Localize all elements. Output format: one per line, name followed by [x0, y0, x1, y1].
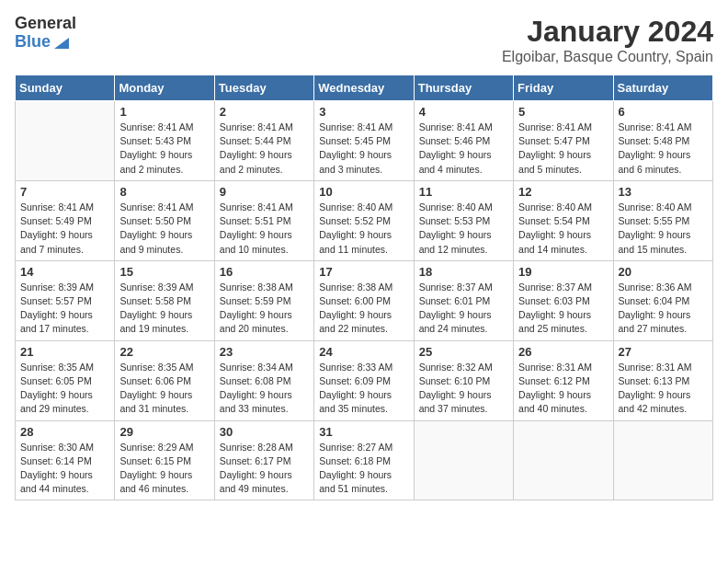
day-number: 21: [20, 345, 109, 359]
day-number: 10: [319, 185, 408, 199]
day-number: 12: [518, 185, 608, 199]
calendar-cell: 5Sunrise: 8:41 AM Sunset: 5:47 PM Daylig…: [514, 101, 613, 181]
column-header-sunday: Sunday: [16, 75, 115, 101]
title-section: January 2024 Elgoibar, Basque Country, S…: [502, 15, 713, 65]
day-number: 2: [220, 105, 309, 119]
day-number: 22: [119, 345, 209, 359]
calendar-cell: 28Sunrise: 8:30 AM Sunset: 6:14 PM Dayli…: [16, 420, 115, 500]
week-row-2: 7Sunrise: 8:41 AM Sunset: 5:49 PM Daylig…: [16, 180, 713, 260]
logo-general: General: [15, 15, 76, 33]
day-number: 17: [319, 265, 408, 279]
column-header-thursday: Thursday: [414, 75, 513, 101]
day-number: 16: [220, 265, 309, 279]
day-number: 9: [220, 185, 309, 199]
day-number: 3: [319, 105, 408, 119]
day-info: Sunrise: 8:41 AM Sunset: 5:43 PM Dayligh…: [119, 121, 209, 177]
calendar-cell: 13Sunrise: 8:40 AM Sunset: 5:55 PM Dayli…: [613, 180, 712, 260]
calendar-cell: 19Sunrise: 8:37 AM Sunset: 6:03 PM Dayli…: [514, 260, 613, 340]
day-number: 31: [319, 425, 408, 439]
day-number: 23: [220, 345, 309, 359]
calendar-cell: 22Sunrise: 8:35 AM Sunset: 6:06 PM Dayli…: [115, 340, 214, 420]
day-info: Sunrise: 8:41 AM Sunset: 5:51 PM Dayligh…: [220, 201, 309, 257]
column-header-wednesday: Wednesday: [314, 75, 414, 101]
header-row: SundayMondayTuesdayWednesdayThursdayFrid…: [16, 75, 713, 101]
day-number: 26: [518, 345, 608, 359]
calendar-cell: 25Sunrise: 8:32 AM Sunset: 6:10 PM Dayli…: [414, 340, 513, 420]
day-number: 13: [619, 185, 708, 199]
week-row-1: 1Sunrise: 8:41 AM Sunset: 5:43 PM Daylig…: [16, 101, 713, 181]
calendar-table: SundayMondayTuesdayWednesdayThursdayFrid…: [15, 75, 713, 500]
calendar-cell: 17Sunrise: 8:38 AM Sunset: 6:00 PM Dayli…: [314, 260, 414, 340]
calendar-cell: 26Sunrise: 8:31 AM Sunset: 6:12 PM Dayli…: [514, 340, 613, 420]
week-row-5: 28Sunrise: 8:30 AM Sunset: 6:14 PM Dayli…: [16, 420, 713, 500]
calendar-cell: 4Sunrise: 8:41 AM Sunset: 5:46 PM Daylig…: [414, 101, 513, 181]
day-info: Sunrise: 8:37 AM Sunset: 6:01 PM Dayligh…: [419, 281, 508, 337]
day-info: Sunrise: 8:41 AM Sunset: 5:50 PM Dayligh…: [119, 201, 209, 257]
calendar-cell: 12Sunrise: 8:40 AM Sunset: 5:54 PM Dayli…: [514, 180, 613, 260]
day-number: 20: [619, 265, 708, 279]
calendar-cell: [16, 101, 115, 181]
calendar-subtitle: Elgoibar, Basque Country, Spain: [502, 49, 713, 65]
week-row-3: 14Sunrise: 8:39 AM Sunset: 5:57 PM Dayli…: [16, 260, 713, 340]
day-info: Sunrise: 8:41 AM Sunset: 5:45 PM Dayligh…: [319, 121, 408, 177]
day-info: Sunrise: 8:38 AM Sunset: 5:59 PM Dayligh…: [220, 281, 309, 337]
day-info: Sunrise: 8:29 AM Sunset: 6:15 PM Dayligh…: [119, 441, 209, 497]
column-header-monday: Monday: [115, 75, 214, 101]
day-info: Sunrise: 8:40 AM Sunset: 5:52 PM Dayligh…: [319, 201, 408, 257]
day-number: 4: [419, 105, 508, 119]
day-info: Sunrise: 8:41 AM Sunset: 5:49 PM Dayligh…: [20, 201, 109, 257]
calendar-cell: [514, 420, 613, 500]
day-info: Sunrise: 8:39 AM Sunset: 5:57 PM Dayligh…: [20, 281, 109, 337]
calendar-cell: 8Sunrise: 8:41 AM Sunset: 5:50 PM Daylig…: [115, 180, 214, 260]
day-info: Sunrise: 8:31 AM Sunset: 6:13 PM Dayligh…: [619, 361, 708, 417]
day-info: Sunrise: 8:38 AM Sunset: 6:00 PM Dayligh…: [319, 281, 408, 337]
calendar-cell: 1Sunrise: 8:41 AM Sunset: 5:43 PM Daylig…: [115, 101, 214, 181]
calendar-cell: 24Sunrise: 8:33 AM Sunset: 6:09 PM Dayli…: [314, 340, 414, 420]
day-info: Sunrise: 8:30 AM Sunset: 6:14 PM Dayligh…: [20, 441, 109, 497]
calendar-cell: 9Sunrise: 8:41 AM Sunset: 5:51 PM Daylig…: [214, 180, 313, 260]
day-number: 24: [319, 345, 408, 359]
calendar-cell: 31Sunrise: 8:27 AM Sunset: 6:18 PM Dayli…: [314, 420, 414, 500]
day-info: Sunrise: 8:34 AM Sunset: 6:08 PM Dayligh…: [220, 361, 309, 417]
calendar-cell: 14Sunrise: 8:39 AM Sunset: 5:57 PM Dayli…: [16, 260, 115, 340]
day-info: Sunrise: 8:40 AM Sunset: 5:55 PM Dayligh…: [619, 201, 708, 257]
day-info: Sunrise: 8:28 AM Sunset: 6:17 PM Dayligh…: [220, 441, 309, 497]
week-row-4: 21Sunrise: 8:35 AM Sunset: 6:05 PM Dayli…: [16, 340, 713, 420]
calendar-cell: 2Sunrise: 8:41 AM Sunset: 5:44 PM Daylig…: [214, 101, 313, 181]
day-number: 6: [619, 105, 708, 119]
day-info: Sunrise: 8:41 AM Sunset: 5:44 PM Dayligh…: [220, 121, 309, 177]
calendar-cell: 7Sunrise: 8:41 AM Sunset: 5:49 PM Daylig…: [16, 180, 115, 260]
calendar-cell: 3Sunrise: 8:41 AM Sunset: 5:45 PM Daylig…: [314, 101, 414, 181]
day-number: 25: [419, 345, 508, 359]
calendar-cell: 21Sunrise: 8:35 AM Sunset: 6:05 PM Dayli…: [16, 340, 115, 420]
column-header-tuesday: Tuesday: [214, 75, 313, 101]
calendar-cell: 10Sunrise: 8:40 AM Sunset: 5:52 PM Dayli…: [314, 180, 414, 260]
day-info: Sunrise: 8:32 AM Sunset: 6:10 PM Dayligh…: [419, 361, 508, 417]
day-info: Sunrise: 8:27 AM Sunset: 6:18 PM Dayligh…: [319, 441, 408, 497]
calendar-cell: 16Sunrise: 8:38 AM Sunset: 5:59 PM Dayli…: [214, 260, 313, 340]
day-info: Sunrise: 8:40 AM Sunset: 5:54 PM Dayligh…: [518, 201, 608, 257]
calendar-cell: 30Sunrise: 8:28 AM Sunset: 6:17 PM Dayli…: [214, 420, 313, 500]
calendar-cell: 11Sunrise: 8:40 AM Sunset: 5:53 PM Dayli…: [414, 180, 513, 260]
calendar-cell: 6Sunrise: 8:41 AM Sunset: 5:48 PM Daylig…: [613, 101, 712, 181]
day-info: Sunrise: 8:41 AM Sunset: 5:47 PM Dayligh…: [518, 121, 608, 177]
column-header-saturday: Saturday: [613, 75, 712, 101]
calendar-cell: [414, 420, 513, 500]
calendar-cell: 27Sunrise: 8:31 AM Sunset: 6:13 PM Dayli…: [613, 340, 712, 420]
day-number: 28: [20, 425, 109, 439]
day-number: 29: [119, 425, 209, 439]
day-info: Sunrise: 8:35 AM Sunset: 6:06 PM Dayligh…: [119, 361, 209, 417]
day-info: Sunrise: 8:41 AM Sunset: 5:46 PM Dayligh…: [419, 121, 508, 177]
calendar-cell: 18Sunrise: 8:37 AM Sunset: 6:01 PM Dayli…: [414, 260, 513, 340]
calendar-cell: [613, 420, 712, 500]
day-number: 15: [119, 265, 209, 279]
svg-marker-0: [54, 38, 69, 49]
day-number: 8: [119, 185, 209, 199]
calendar-title: January 2024: [502, 15, 713, 49]
day-number: 30: [220, 425, 309, 439]
day-info: Sunrise: 8:37 AM Sunset: 6:03 PM Dayligh…: [518, 281, 608, 337]
calendar-cell: 23Sunrise: 8:34 AM Sunset: 6:08 PM Dayli…: [214, 340, 313, 420]
day-number: 5: [518, 105, 608, 119]
column-header-friday: Friday: [514, 75, 613, 101]
logo-blue: Blue: [15, 33, 51, 52]
